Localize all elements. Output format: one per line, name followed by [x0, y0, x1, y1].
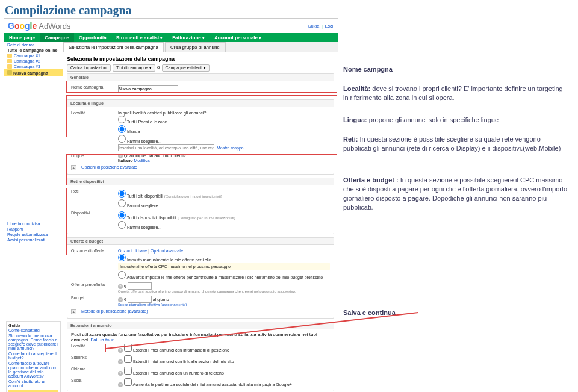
- cpc-note: Imposterai le offerte CPC massimo nel pr…: [118, 263, 330, 270]
- main-nav: Home page Campagne Opportunità Strumenti…: [4, 33, 338, 42]
- guide-item[interactable]: Come faccio a scegliere il budget?: [8, 351, 58, 361]
- fs-head-reti: Reti e dispositivi: [67, 178, 334, 185]
- guide-title: Guida: [8, 323, 58, 328]
- localita-radios: Tutti i Paesi e le zone Irlanda Fammi sc…: [118, 115, 330, 144]
- esist-dropdown[interactable]: Campagne esistenti ▾: [162, 64, 210, 72]
- expand-icon[interactable]: +: [71, 309, 76, 314]
- fs-estensioni: Estensioni annuncio Puoi utilizzare ques…: [67, 322, 334, 391]
- annot-nome: Nome campgna: [343, 65, 569, 74]
- help-icon: ?: [118, 348, 123, 353]
- expand-icon[interactable]: +: [71, 165, 76, 170]
- nav-opportunita[interactable]: Opportunità: [74, 33, 111, 42]
- nav-campagne[interactable]: Campagne: [40, 33, 74, 42]
- radio-manual[interactable]: Imposto manualmente le mie offerte per i…: [118, 253, 330, 263]
- radio-irlanda[interactable]: Irlanda: [118, 125, 330, 134]
- radio-scegli[interactable]: Fammi scegliere...: [118, 134, 330, 144]
- disp-label: Dispositivi: [71, 211, 113, 215]
- nav-fatturazione[interactable]: Fatturazione ▾: [167, 33, 210, 42]
- tab-crea[interactable]: Crea gruppo di annunci: [165, 42, 226, 52]
- help-icon: ?: [118, 297, 123, 302]
- side-avvisi[interactable]: Avvisi personalizzati: [4, 237, 63, 243]
- mostra-mappa-link[interactable]: Mostra mappa: [217, 146, 244, 150]
- fs-head-loc: Località e lingue: [67, 100, 334, 107]
- ext-loc-check[interactable]: [124, 344, 132, 352]
- folder-icon: [7, 70, 12, 75]
- radio-awauto[interactable]: AdWords imposta le mie offerte per contr…: [118, 270, 330, 280]
- modifica-link[interactable]: Modifica: [134, 158, 149, 163]
- nome-label: Nome campagna: [71, 85, 113, 89]
- metodo-link[interactable]: Metodo di pubblicazione (avanzato): [81, 309, 148, 313]
- radio-reti-tutti[interactable]: Tutti i siti disponibili (Consigliato pe…: [118, 189, 330, 199]
- panel-title: Seleziona le impostazioni della campagna: [67, 56, 334, 62]
- loc-search-input[interactable]: [118, 144, 214, 151]
- radio-disp-scegli[interactable]: Fammi scegliere...: [118, 220, 330, 230]
- annot-offerta: Offerta e budget : In questa sezione è p…: [343, 176, 569, 211]
- side-camp3[interactable]: Campagna #3: [4, 64, 63, 69]
- ext-site-label: Sitelinks: [71, 355, 113, 359]
- tipo-dropdown[interactable]: Tipi di campagna ▾: [113, 64, 155, 72]
- nome-input[interactable]: [118, 85, 178, 92]
- opz-adv-link[interactable]: Opzioni avanzate: [151, 249, 183, 253]
- radio-tutti[interactable]: Tutti i Paesi e le zone: [118, 115, 330, 125]
- ext-intro: Puoi utilizzare questa funzione facoltat…: [71, 332, 330, 343]
- guide-item[interactable]: Come faccio a trovare qualcuno che mi ai…: [8, 361, 58, 379]
- esci-link[interactable]: Esci: [325, 24, 333, 28]
- lingua-val: Italiano: [118, 158, 133, 163]
- side-camp1[interactable]: Campagna #1: [4, 53, 63, 58]
- guida-link[interactable]: Guida: [308, 24, 319, 28]
- chevron-down-icon: ▾: [202, 36, 205, 40]
- opz-pos-link[interactable]: Opzioni di posizione avanzate: [81, 165, 137, 169]
- budget-note: Questa offerta si applica al primo grupp…: [118, 290, 330, 293]
- localita-label: Località: [71, 111, 113, 115]
- annot-salva: Salva e continua: [343, 308, 569, 317]
- side-all-online[interactable]: Tutte le campagne online: [4, 48, 63, 53]
- fs-head-ext: Estensioni annuncio: [67, 322, 334, 329]
- or-label: o: [157, 64, 160, 72]
- help-icon: ?: [118, 359, 123, 364]
- lingue-label: Lingue: [71, 154, 113, 158]
- help-icon: ?: [118, 284, 123, 289]
- guide-item[interactable]: Com'è strutturato un account: [8, 379, 58, 388]
- al-giorno-label: al giorno: [153, 297, 169, 302]
- nav-account[interactable]: Account personale ▾: [210, 33, 266, 42]
- budget-label: Budget: [71, 296, 113, 300]
- help-icon: ?: [118, 371, 123, 376]
- folder-icon: [7, 64, 12, 69]
- budget-input[interactable]: [128, 296, 152, 303]
- nav-strumenti[interactable]: Strumenti e analisi ▾: [111, 33, 167, 42]
- guide-item[interactable]: Come contattarci: [8, 328, 58, 333]
- adwords-label: AdWords: [39, 22, 70, 31]
- ext-soc-check[interactable]: [124, 378, 132, 386]
- carica-button[interactable]: Carica impostazioni: [67, 64, 111, 72]
- radio-disp-tutti[interactable]: Tutti i dispositivi disponibili (Consigl…: [118, 211, 330, 220]
- side-rapporti[interactable]: Rapporti: [4, 226, 63, 232]
- google-logo: Google: [8, 21, 37, 31]
- guide-item[interactable]: Sto creando una nuova campagna. Come fac…: [8, 333, 58, 351]
- ext-site-check[interactable]: [124, 355, 132, 363]
- spesa-link[interactable]: Spesa giornaliera effettiva (assegnament…: [118, 303, 330, 306]
- ext-loc-label: Località: [71, 344, 113, 348]
- radio-reti-scegli[interactable]: Fammi scegliere...: [118, 199, 330, 208]
- side-rete[interactable]: Rete di ricerca: [4, 42, 63, 48]
- ext-call-check[interactable]: [124, 367, 132, 375]
- folder-icon: [7, 59, 12, 63]
- folder-icon: [7, 54, 12, 58]
- reti-label: Reti: [71, 189, 113, 193]
- pred-input[interactable]: [128, 282, 152, 290]
- tab-seleziona[interactable]: Seleziona le impostazioni della campagna: [63, 42, 164, 52]
- lingue-q: Quali lingue parlano i tuoi clienti?: [124, 154, 186, 158]
- ext-call-label: Chiama: [71, 367, 113, 371]
- tour-link[interactable]: Fai un tour.: [90, 337, 114, 343]
- side-regole[interactable]: Regole automatizzate: [4, 232, 63, 237]
- help-icon: ?: [118, 382, 123, 387]
- currency-label: €: [124, 297, 126, 302]
- opz-base-link[interactable]: Opzioni di base: [118, 249, 147, 253]
- chevron-down-icon: ▾: [160, 36, 163, 40]
- guide-box: Guida Come contattarci Sto creando una n…: [6, 321, 61, 392]
- top-links: Guida | Esci: [306, 24, 334, 28]
- nav-home[interactable]: Home page: [4, 33, 40, 42]
- side-camp2[interactable]: Campagna #2: [4, 58, 63, 64]
- main-column: Seleziona le impostazioni della campagna…: [63, 42, 338, 392]
- side-libreria[interactable]: Libreria condivisa: [4, 221, 63, 226]
- side-new-campaign[interactable]: Nuova campagna: [4, 69, 63, 76]
